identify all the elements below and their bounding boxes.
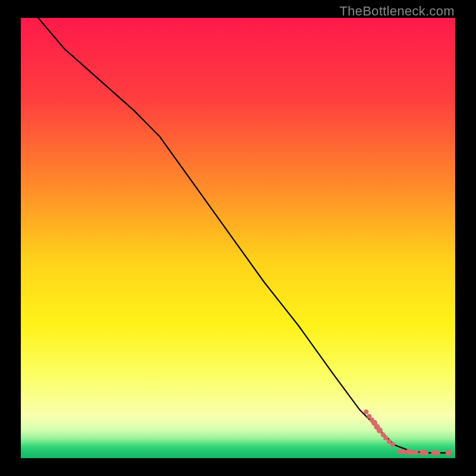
data-points-group xyxy=(364,409,452,456)
data-point xyxy=(414,450,418,455)
data-point xyxy=(383,436,388,440)
data-point xyxy=(431,450,436,455)
chart-overlay xyxy=(21,18,455,458)
plot-area xyxy=(21,18,455,458)
bottleneck-curve xyxy=(38,18,451,453)
data-point xyxy=(424,450,428,455)
data-point xyxy=(377,427,383,433)
watermark-text: TheBottleneck.com xyxy=(340,4,455,19)
data-point xyxy=(400,449,405,454)
data-point xyxy=(390,442,395,447)
data-point xyxy=(409,450,414,455)
data-point xyxy=(436,450,440,455)
chart-stage: TheBottleneck.com xyxy=(0,0,476,476)
data-point xyxy=(364,409,368,414)
data-point xyxy=(446,450,452,456)
